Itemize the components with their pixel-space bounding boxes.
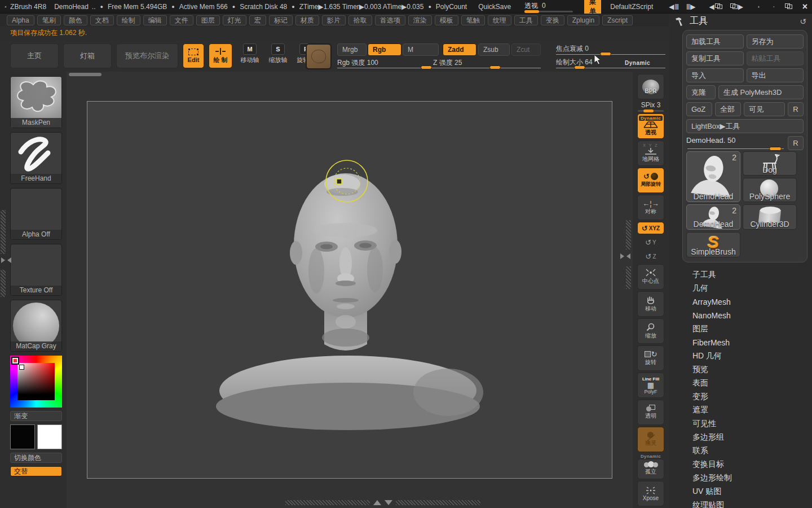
subpalette-geometry[interactable]: 几何	[692, 282, 812, 295]
menu-stroke[interactable]: 笔触	[461, 15, 485, 25]
menu-edit[interactable]: 编辑	[143, 15, 167, 25]
subpalette-arraymesh[interactable]: ArrayMesh	[692, 295, 812, 309]
menu-zscript[interactable]: Zscript	[602, 15, 633, 25]
menu-texture[interactable]: 纹理	[488, 15, 511, 25]
bpr-button[interactable]: BPR	[637, 74, 664, 99]
menu-stencil[interactable]: 模板	[435, 15, 458, 25]
material-swatch[interactable]	[306, 43, 332, 69]
subpalette-preview[interactable]: 预览	[692, 363, 812, 376]
floor-button[interactable]: X Y Z 地网格	[637, 141, 664, 166]
menu-file[interactable]: 文件	[170, 15, 193, 25]
subpalette-visibility[interactable]: 可见性	[692, 417, 812, 431]
export-button[interactable]: 导出	[747, 68, 804, 82]
menu-color[interactable]: 颜色	[64, 15, 87, 25]
dock-right-icon[interactable]: ▶	[730, 3, 743, 11]
menu-transform[interactable]: 变换	[541, 15, 564, 25]
divider-down-icon[interactable]	[385, 500, 392, 505]
active-tool-slider[interactable]: DemoHead. 50	[686, 136, 785, 150]
bottom-divider-texture[interactable]	[285, 500, 370, 505]
stroke-selector[interactable]: FreeHand	[10, 132, 62, 184]
menu-marker[interactable]: 标记	[269, 15, 293, 25]
ghost-button[interactable]: 幽灵	[637, 427, 664, 452]
local-button[interactable]: ↺ 局部旋转	[637, 168, 664, 193]
close-icon[interactable]: ×	[802, 2, 807, 12]
draw-button[interactable]: 绘 制	[209, 43, 232, 68]
divider-up-icon[interactable]	[373, 500, 381, 505]
minimize-icon[interactable]	[773, 3, 775, 10]
left-divider-texture2[interactable]	[1, 270, 6, 297]
bottom-divider[interactable]	[285, 500, 480, 505]
quicksave-button[interactable]: QuickSave	[478, 3, 511, 11]
save-as-button[interactable]: 另存为	[747, 34, 804, 49]
palette-refresh-icon[interactable]: ↺	[800, 17, 806, 26]
menu-zplugin[interactable]: Zplugin	[567, 15, 599, 25]
tool-item-polysphere[interactable]: PolySphere	[743, 178, 797, 202]
color-picker[interactable]	[10, 356, 62, 408]
divider-left-icon[interactable]: ◀||||	[669, 3, 678, 11]
menu-material[interactable]: 材质	[295, 15, 319, 25]
menu-alpha[interactable]: Alpha	[7, 15, 34, 25]
menu-layer[interactable]: 图层	[196, 15, 220, 25]
tool-item-demohead-large[interactable]: 2 DemoHead	[686, 151, 740, 202]
move-button[interactable]: 移动	[637, 291, 664, 317]
rgb-intensity-slider[interactable]	[337, 68, 440, 68]
subpalette-layers[interactable]: 图层	[692, 322, 812, 336]
menu-movie[interactable]: 影片	[322, 15, 346, 25]
subpalette-masking[interactable]: 遮罩	[692, 404, 812, 417]
switch-color-button[interactable]: 切换颜色	[10, 453, 62, 463]
left-divider-texture[interactable]	[1, 210, 6, 254]
move-axis-button[interactable]: M 移动轴	[237, 43, 263, 69]
mrgb-button[interactable]: Mrgb	[337, 43, 367, 56]
divider-right-icon[interactable]: ||||▶	[686, 3, 696, 11]
z-intensity-slider[interactable]	[433, 68, 541, 68]
perspective-button[interactable]: Dynamic 透视	[637, 113, 664, 139]
zsub-button[interactable]: Zsub	[478, 43, 510, 56]
secondary-color-swatch[interactable]	[37, 424, 62, 449]
menu-picker[interactable]: 拾取	[348, 15, 372, 25]
dock-left-icon[interactable]: ◀	[709, 3, 722, 11]
material-selector[interactable]: MatCap Gray	[10, 300, 62, 352]
rotate-xyz-button[interactable]: ↺ XYZ	[637, 222, 664, 234]
active-tool-thumb[interactable]	[769, 147, 782, 151]
document-canvas[interactable]	[87, 101, 612, 479]
menu-brush[interactable]: 笔刷	[37, 15, 61, 25]
tool-item-demohead-small[interactable]: 2 DemoHead	[686, 204, 740, 230]
preview-boolean-button[interactable]: 预览布尔渲染	[116, 43, 178, 68]
subpalette-contact[interactable]: 联系	[692, 444, 812, 458]
menu-draw[interactable]: 绘制	[117, 15, 140, 25]
scale-axis-button[interactable]: S 缩放轴	[265, 43, 291, 69]
right-divider-texture[interactable]	[626, 220, 631, 249]
home-button[interactable]: 主页	[10, 43, 59, 68]
gradient-button[interactable]: 渐变	[10, 411, 62, 421]
edit-button[interactable]: Edit	[183, 43, 204, 68]
scale-button[interactable]: 缩放	[637, 318, 664, 344]
right-divider-texture2[interactable]	[626, 266, 631, 289]
rgb-intensity-thumb[interactable]	[421, 65, 432, 69]
subpalette-hd-geometry[interactable]: HD 几何	[692, 349, 812, 363]
tool-item-dog[interactable]: Dog	[743, 151, 797, 176]
menu-document[interactable]: 文档	[90, 15, 114, 25]
lock-icon[interactable]	[758, 3, 760, 11]
main-color-swatch[interactable]	[10, 424, 35, 449]
clone-button[interactable]: 克隆	[686, 85, 716, 99]
goz-all-button[interactable]: 全部	[715, 102, 741, 116]
symmetry-button[interactable]: ←¦→ 对称	[637, 195, 664, 220]
transparent-button[interactable]: 透明	[637, 400, 664, 425]
goz-button[interactable]: GoZ	[686, 102, 712, 116]
focal-shift-thumb[interactable]	[600, 52, 611, 56]
brush-selector[interactable]: MaskPen	[10, 76, 62, 128]
tool-item-cylinder3d[interactable]: Cylinder3D	[743, 204, 797, 230]
load-tool-button[interactable]: 加载工具	[686, 34, 744, 49]
menu-light[interactable]: 灯光	[223, 15, 246, 25]
subpalette-uv-map[interactable]: UV 贴图	[692, 485, 812, 498]
spix-thumb[interactable]	[643, 110, 654, 112]
tool-item-simplebrush[interactable]: S SimpleBrush	[686, 232, 740, 257]
zscript-name[interactable]: DefaultZScript	[610, 3, 653, 11]
lightbox-button[interactable]: 灯箱	[63, 43, 112, 68]
subpalette-polypaint[interactable]: 多边形绘制	[692, 471, 812, 485]
xpose-button[interactable]: Xpose	[637, 481, 664, 506]
focal-shift-slider[interactable]	[556, 54, 665, 55]
texture-selector[interactable]: Texture Off	[10, 244, 62, 296]
menu-macro[interactable]: 宏	[249, 15, 266, 25]
solo-button[interactable]: 孤立	[637, 459, 664, 479]
